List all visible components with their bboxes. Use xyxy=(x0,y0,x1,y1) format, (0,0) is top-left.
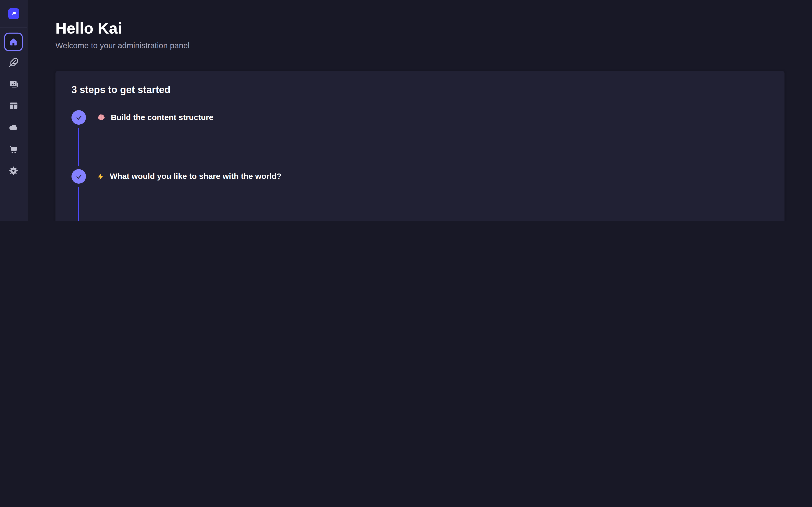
sidebar-item-settings[interactable] xyxy=(3,160,24,181)
sidebar-divider xyxy=(0,27,27,28)
sidebar-item-marketplace[interactable] xyxy=(3,138,24,160)
step-label: What would you like to share with the wo… xyxy=(97,172,282,181)
getting-started-card: 3 steps to get started Build the content… xyxy=(55,71,785,221)
feather-icon xyxy=(9,57,18,67)
tour-step-build-content: Build the content structure xyxy=(71,110,213,125)
strapi-logo-icon xyxy=(10,10,17,17)
step-done-circle xyxy=(71,169,86,184)
media-library-icon xyxy=(9,79,18,89)
step-label: Build the content structure xyxy=(97,113,213,122)
step-connector xyxy=(78,128,80,166)
shopping-cart-icon xyxy=(9,144,18,154)
zap-emoji xyxy=(97,173,104,180)
brain-emoji xyxy=(97,113,106,122)
sidebar-item-content-manager[interactable] xyxy=(3,51,24,73)
check-icon xyxy=(75,173,82,180)
admin-panel: KD Hello Kai Welcome to your administrat… xyxy=(0,0,812,221)
home-icon xyxy=(9,37,18,46)
check-icon xyxy=(75,114,82,121)
sidebar-item-media-library[interactable] xyxy=(3,73,24,95)
sidebar-nav xyxy=(0,33,27,182)
tour-step-share-content: What would you like to share with the wo… xyxy=(71,169,282,184)
gear-icon xyxy=(8,166,19,176)
sidebar: KD xyxy=(0,0,28,221)
step-connector xyxy=(78,187,80,221)
step-done-circle xyxy=(71,110,86,125)
layout-icon xyxy=(9,101,18,111)
page-title: Hello Kai xyxy=(55,19,122,37)
strapi-logo[interactable] xyxy=(8,8,19,19)
sidebar-item-cloud[interactable] xyxy=(3,116,24,138)
sidebar-item-content-type-builder[interactable] xyxy=(3,95,24,116)
cloud-icon xyxy=(8,122,19,132)
getting-started-title: 3 steps to get started xyxy=(71,84,170,96)
sidebar-item-home[interactable] xyxy=(4,33,23,51)
page-subtitle: Welcome to your administration panel xyxy=(55,41,190,50)
